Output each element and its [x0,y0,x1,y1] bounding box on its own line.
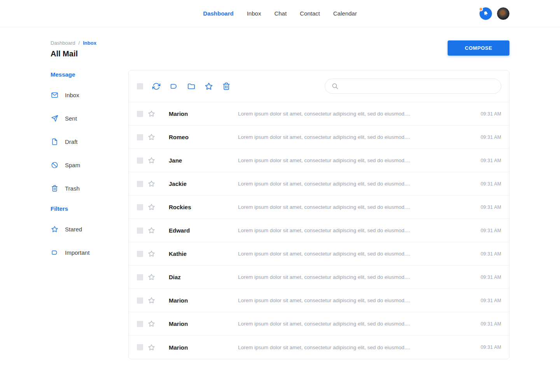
row-star-icon[interactable] [147,320,155,328]
row-checkbox[interactable] [137,134,143,140]
row-star-icon[interactable] [147,203,155,211]
row-checkbox[interactable] [137,204,143,210]
star-icon [148,133,155,141]
preview-text: Lorem ipsum dolor sit amet, consectetur … [238,204,481,210]
row-star-icon[interactable] [147,157,155,164]
toolbar-folder-button[interactable] [187,82,196,91]
send-icon [51,115,58,122]
preview-text: Lorem ipsum dolor sit amet, consectetur … [238,228,481,233]
row-checkbox[interactable] [137,321,143,327]
row-star-icon[interactable] [147,250,155,258]
mail-row[interactable]: DiazLorem ipsum dolor sit amet, consecte… [129,266,509,289]
row-time: 09:31 AM [481,158,501,163]
sidebar-item-draft[interactable]: Draft [51,130,128,153]
select-all-checkbox[interactable] [137,83,143,89]
row-checkbox[interactable] [137,274,143,280]
sidebar-item-label: Spam [65,162,80,168]
sender-name: Marion [169,344,238,351]
mail-row[interactable]: EdwardLorem ipsum dolor sit amet, consec… [129,219,509,242]
preview-text: Lorem ipsum dolor sit amet, consectetur … [238,111,481,117]
sender-name: Jane [169,157,238,164]
notifications-button[interactable] [480,7,492,20]
row-time: 09:31 AM [481,111,501,117]
row-time: 09:31 AM [481,228,501,233]
nav-links: DashboardInboxChatContactCalendar [203,10,357,17]
nav-item-calendar[interactable]: Calendar [333,10,357,17]
user-avatar[interactable] [497,7,509,20]
sidebar-item-inbox[interactable]: Inbox [51,83,128,107]
trash-icon [222,82,231,91]
breadcrumb-inbox[interactable]: Inbox [83,40,96,46]
content: MessageInboxSentDraftSpamTrashFiltersSta… [0,70,560,359]
star-icon [148,180,155,187]
row-star-icon[interactable] [147,343,155,351]
row-time: 09:31 AM [481,205,501,210]
toolbar-star-button[interactable] [204,82,214,91]
sidebar-heading-message: Message [51,71,128,78]
sidebar-item-spam[interactable]: Spam [51,153,128,177]
mail-toolbar [129,70,509,102]
sidebar-item-label: Important [65,249,89,256]
row-checkbox[interactable] [137,251,143,257]
row-checkbox[interactable] [137,228,143,234]
star-icon [148,227,155,234]
preview-text: Lorem ipsum dolor sit amet, consectetur … [238,251,481,257]
star-icon [148,297,155,304]
row-star-icon[interactable] [147,297,155,304]
mail-row[interactable]: MarionLorem ipsum dolor sit amet, consec… [129,289,509,312]
star-icon [148,320,155,327]
envelope-icon [51,91,58,99]
mail-row[interactable]: MarionLorem ipsum dolor sit amet, consec… [129,102,509,126]
star-icon [51,226,58,233]
file-icon [51,138,58,145]
toolbar-label-button[interactable] [169,82,178,91]
sidebar-item-trash[interactable]: Trash [51,177,128,200]
toolbar-icons [152,82,231,91]
star-icon [205,82,213,91]
mail-row[interactable]: MarionLorem ipsum dolor sit amet, consec… [129,312,509,336]
mail-panel: MarionLorem ipsum dolor sit amet, consec… [128,70,509,359]
folder-icon [187,82,196,91]
sidebar-item-important[interactable]: Important [51,241,128,264]
sidebar-item-label: Stared [65,226,82,233]
row-star-icon[interactable] [147,227,155,234]
slash-icon [51,161,58,169]
compose-button[interactable]: COMPOSE [448,40,509,56]
label-icon [170,82,178,91]
row-star-icon[interactable] [147,110,155,118]
page-title: All Mail [51,49,96,58]
row-time: 09:31 AM [481,298,501,303]
row-checkbox[interactable] [137,111,143,117]
preview-text: Lorem ipsum dolor sit amet, consectetur … [238,134,481,140]
row-checkbox[interactable] [137,181,143,187]
row-checkbox[interactable] [137,344,143,350]
sidebar-item-sent[interactable]: Sent [51,107,128,130]
nav-item-dashboard[interactable]: Dashboard [203,10,233,17]
mail-row[interactable]: JaneLorem ipsum dolor sit amet, consecte… [129,149,509,172]
mail-row[interactable]: JackieLorem ipsum dolor sit amet, consec… [129,172,509,196]
trash-icon [51,185,58,192]
search-input[interactable] [325,79,501,94]
mail-row[interactable]: RomeoLorem ipsum dolor sit amet, consect… [129,126,509,149]
mail-row[interactable]: KathieLorem ipsum dolor sit amet, consec… [129,242,509,266]
star-icon [148,110,155,117]
page-head: Dashboard / Inbox All Mail COMPOSE [0,27,560,58]
row-checkbox[interactable] [137,298,143,304]
toolbar-trash-button[interactable] [222,82,231,91]
row-star-icon[interactable] [147,180,155,188]
nav-item-contact[interactable]: Contact [300,10,320,17]
toolbar-refresh-button[interactable] [152,82,161,91]
nav-item-chat[interactable]: Chat [274,10,287,17]
mail-row[interactable]: MarionLorem ipsum dolor sit amet, consec… [129,336,509,359]
mail-row[interactable]: RockiesLorem ipsum dolor sit amet, conse… [129,196,509,219]
breadcrumb-dashboard[interactable]: Dashboard [51,40,75,46]
row-star-icon[interactable] [147,133,155,141]
row-star-icon[interactable] [147,273,155,281]
nav-item-inbox[interactable]: Inbox [247,10,261,17]
label-icon [51,249,58,256]
search-box [325,79,501,94]
preview-text: Lorem ipsum dolor sit amet, consectetur … [238,298,481,303]
sidebar-item-stared[interactable]: Stared [51,217,128,241]
sidebar-heading-filters: Filters [51,205,128,212]
row-checkbox[interactable] [137,158,143,164]
